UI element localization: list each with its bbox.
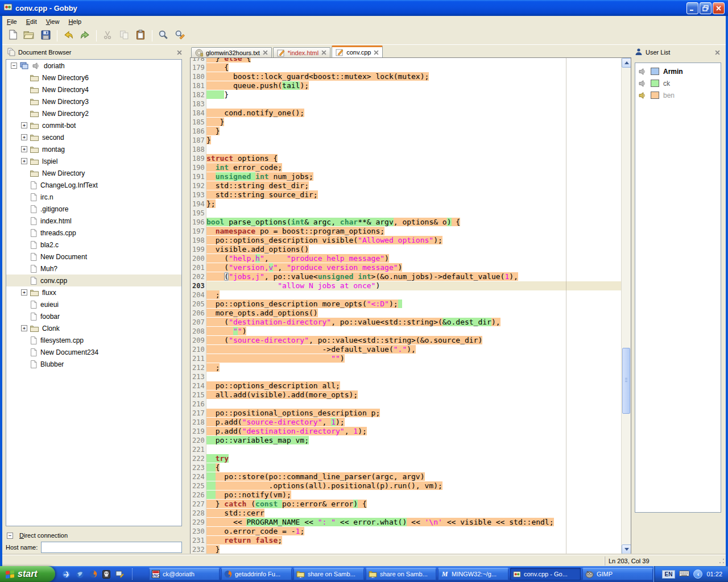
replace-button[interactable] — [172, 28, 188, 43]
code-line-230[interactable]: 230 o.error_code = -1; — [191, 527, 621, 536]
code-line-213[interactable]: 213 — [191, 372, 621, 381]
code-line-223[interactable]: 223 { — [191, 463, 621, 472]
task-button-share-on-samb[interactable]: share on Samb... — [293, 568, 364, 580]
tree-item-clonk[interactable]: +Clonk — [6, 322, 181, 334]
user-list-close-icon[interactable] — [713, 48, 721, 56]
tree-item-filesystem-cpp[interactable]: filesystem.cpp — [6, 334, 181, 346]
code-line-211[interactable]: 211 "") — [191, 354, 621, 363]
tab-close-icon[interactable] — [321, 50, 326, 55]
code-line-221[interactable]: 221 — [191, 445, 621, 454]
tree-item-gitignore[interactable]: .gitignore — [6, 203, 181, 215]
user-row-ck[interactable]: ck — [635, 77, 721, 89]
scroll-up-button[interactable] — [622, 58, 631, 68]
expander-icon[interactable]: + — [21, 158, 27, 164]
code-line-200[interactable]: 200 ("help,h", "produce help message") — [191, 254, 621, 263]
code-line-220[interactable]: 220 po::variables_map vm; — [191, 436, 621, 445]
tab-close-icon[interactable] — [374, 50, 379, 55]
tree-item-new-directory4[interactable]: New Directory4 — [6, 84, 181, 95]
code-line-226[interactable]: 226 po::notify(vm); — [191, 490, 621, 500]
code-line-202[interactable]: 202 ("jobs,j", po::value<unsigned int>(&… — [191, 272, 621, 281]
tree-item-bla2-c[interactable]: bla2.c — [6, 239, 181, 251]
copy-button[interactable] — [116, 28, 132, 43]
code-line-210[interactable]: 210 ->default_value("."), — [191, 345, 621, 354]
code-line-222[interactable]: 222 try — [191, 454, 621, 463]
code-line-184[interactable]: 184 cond.notify_one(); — [191, 109, 621, 118]
quicklaunch-firefox-icon[interactable] — [89, 570, 97, 578]
tree-item-second[interactable]: +second — [6, 131, 181, 143]
tree-item-changelog-inftext[interactable]: ChangeLog.InfText — [6, 179, 181, 191]
code-line-212[interactable]: 212 ; — [191, 363, 621, 372]
code-line-204[interactable]: 204 ; — [191, 290, 621, 300]
tree-item-irc-n[interactable]: irc.n — [6, 191, 181, 203]
tree-item-new-document[interactable]: New Document — [6, 251, 181, 263]
tree-item-commit-bot[interactable]: +commit-bot — [6, 119, 181, 131]
expander-icon[interactable]: + — [21, 146, 27, 152]
code-line-183[interactable]: 183 — [191, 99, 621, 109]
code-view[interactable]: 178 } else {179 {180 boost::lock_guard<b… — [191, 58, 621, 554]
host-name-input[interactable] — [41, 542, 182, 553]
tree-item-montag[interactable]: +montag — [6, 143, 181, 155]
code-line-195[interactable]: 195 — [191, 209, 621, 218]
expander-icon[interactable]: − — [11, 63, 17, 69]
tab-conv-cpp[interactable]: conv.cpp — [332, 45, 383, 57]
tree-item-blubber[interactable]: Blubber — [6, 358, 181, 370]
code-line-208[interactable]: 208 "") — [191, 327, 621, 336]
code-line-228[interactable]: 228 std::cerr — [191, 509, 621, 518]
task-button-ck-doriath[interactable]: VNCck@doriath — [149, 568, 220, 580]
code-line-225[interactable]: 225 .options(all).positional(p).run(), v… — [191, 481, 621, 490]
redo-button[interactable] — [77, 28, 93, 43]
code-line-203[interactable]: 203 "allow N jobs at once") — [191, 281, 621, 290]
code-line-182[interactable]: 182 } — [191, 90, 621, 99]
quicklaunch-skull-icon[interactable] — [102, 570, 110, 579]
code-line-209[interactable]: 209 ("source-directory", po::value<std::… — [191, 336, 621, 345]
code-line-192[interactable]: 192 std::string dest_dir; — [191, 181, 621, 190]
code-line-186[interactable]: 186 } — [191, 127, 621, 136]
maximize-button[interactable] — [700, 2, 712, 14]
code-line-199[interactable]: 199 visible.add_options() — [191, 245, 621, 254]
open-button[interactable] — [21, 28, 37, 43]
menu-item-help[interactable]: Help — [64, 17, 86, 26]
scroll-down-button[interactable] — [622, 544, 631, 554]
code-line-190[interactable]: 190 int error_code; — [191, 163, 621, 172]
find-button[interactable] — [155, 28, 171, 43]
tab-glomwin32hours-txt[interactable]: glomwin32hours.txt — [191, 47, 272, 57]
language-indicator[interactable]: EN — [662, 570, 676, 579]
tree-item-euieui[interactable]: euieui — [6, 298, 181, 310]
code-line-205[interactable]: 205 po::options_description more_opts("<… — [191, 300, 621, 309]
menu-item-view[interactable]: View — [42, 17, 64, 26]
tree-item-new-directory6[interactable]: New Directory6 — [6, 72, 181, 84]
code-line-187[interactable]: 187} — [191, 136, 621, 145]
task-button-getaddrinfo-fu[interactable]: getaddrinfo Fu... — [221, 568, 292, 580]
task-button-conv-cpp-go[interactable]: conv.cpp - Go... — [510, 568, 581, 580]
code-line-191[interactable]: 191 unsigned int num_jobs; — [191, 172, 621, 181]
code-line-227[interactable]: 227 } catch (const po::error& error) { — [191, 500, 621, 509]
tree-item-fluxx[interactable]: +fluxx — [6, 286, 181, 298]
code-line-181[interactable]: 181 queue.push(tail); — [191, 81, 621, 90]
tab-index-html[interactable]: *index.html — [273, 47, 330, 57]
code-line-189[interactable]: 189struct options { — [191, 154, 621, 163]
tree-item-doriath[interactable]: −doriath — [6, 60, 181, 72]
cut-button[interactable] — [100, 28, 115, 43]
direct-connection-toggle[interactable]: − Direct connection — [7, 532, 68, 539]
tree-item-muh[interactable]: Muh? — [6, 263, 181, 275]
code-line-185[interactable]: 185 } — [191, 118, 621, 127]
code-line-214[interactable]: 214 po::options_description all; — [191, 381, 621, 390]
code-line-194[interactable]: 194}; — [191, 199, 621, 209]
resize-grip[interactable] — [718, 558, 725, 564]
code-line-219[interactable]: 219 p.add("destination-directory", 1); — [191, 427, 621, 436]
task-button-mingw32-g[interactable]: MMINGW32:~/g... — [438, 568, 508, 580]
tree-item-lspiel[interactable]: +lspiel — [6, 155, 181, 167]
code-line-179[interactable]: 179 { — [191, 63, 621, 72]
code-line-232[interactable]: 232 } — [191, 545, 621, 554]
start-button[interactable]: start — [0, 566, 55, 582]
document-browser-close-icon[interactable] — [175, 48, 183, 56]
tree-item-new-directory[interactable]: New Directory — [6, 167, 181, 179]
tree-item-threads-cpp[interactable]: threads.cpp — [6, 227, 181, 239]
code-line-197[interactable]: 197 namespace po = boost::program_option… — [191, 227, 621, 236]
tray-collapse-icon[interactable]: ‹ — [693, 569, 702, 579]
tree-item-new-directory3[interactable]: New Directory3 — [6, 95, 181, 107]
task-button-share-on-samb[interactable]: share on Samb... — [366, 568, 436, 580]
save-button[interactable] — [38, 28, 53, 43]
minimize-button[interactable] — [686, 2, 698, 14]
code-line-178[interactable]: 178 } else { — [191, 58, 621, 63]
